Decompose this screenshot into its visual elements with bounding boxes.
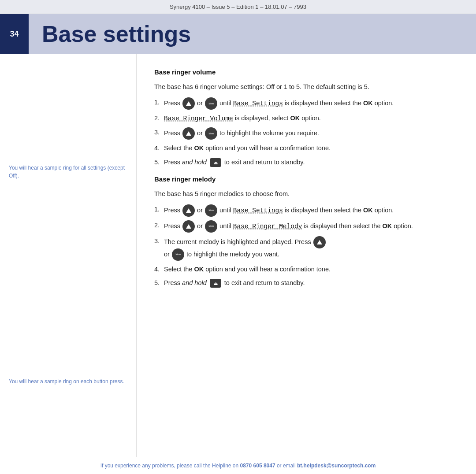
step-num: 2. bbox=[154, 220, 164, 230]
and-hold-text: and hold bbox=[182, 279, 207, 286]
step-1-5: 5. Press and hold ⏏ to exit and return t… bbox=[154, 157, 458, 167]
page-number: 34 bbox=[0, 14, 29, 54]
menu-scroll-icon: Menu bbox=[205, 127, 217, 140]
ok-label: OK bbox=[194, 144, 204, 152]
nav-up-icon bbox=[182, 220, 195, 233]
step-2-4: 4. Select the OK option and you will hea… bbox=[154, 264, 458, 274]
lcd-base-settings-2: Base Settings bbox=[233, 207, 283, 214]
step-num: 3. bbox=[154, 236, 164, 246]
nav-up-icon bbox=[182, 97, 195, 110]
section-title-2: Base ringer melody bbox=[154, 174, 458, 185]
footer-phone: 0870 605 8047 bbox=[240, 463, 275, 469]
menu-scroll-icon: Menu bbox=[205, 204, 217, 217]
step-content: Select the OK option and you will hear a… bbox=[164, 264, 458, 274]
footer-email: bt.helpdesk@suncorptech.com bbox=[297, 463, 376, 469]
top-bar: Synergy 4100 – Issue 5 – Edition 1 – 18.… bbox=[0, 0, 476, 14]
nav-up-icon bbox=[182, 127, 195, 140]
step-num: 2. bbox=[154, 113, 164, 123]
step-num: 3. bbox=[154, 127, 164, 137]
step-content: Press and hold ⏏ to exit and return to s… bbox=[164, 278, 458, 288]
main-content: Base ringer volume The base has 6 ringer… bbox=[137, 54, 476, 457]
ok-label: OK bbox=[194, 266, 204, 273]
end-key-icon: ⏏ bbox=[209, 158, 222, 167]
nav-up-icon bbox=[182, 204, 195, 217]
footer-email-prefix: email bbox=[283, 463, 297, 469]
step-1-2: 2. Base Ringer Volume is displayed, sele… bbox=[154, 113, 458, 124]
step-1-3: 3. Press or Menu to highlight the volume… bbox=[154, 127, 458, 140]
section-title-1: Base ringer volume bbox=[154, 67, 458, 78]
step-2-2: 2. Press or Menu until Base Ringer Melod… bbox=[154, 220, 458, 233]
step-2-1: 1. Press or Menu until Base Settings is … bbox=[154, 204, 458, 217]
svg-text:⏏: ⏏ bbox=[213, 281, 217, 286]
step-num: 4. bbox=[154, 143, 164, 153]
sidebar-note-1: You will hear a sample ring for all sett… bbox=[9, 164, 136, 180]
svg-marker-0 bbox=[186, 101, 191, 106]
footer: If you experience any problems, please c… bbox=[0, 457, 476, 474]
content-area: You will hear a sample ring for all sett… bbox=[0, 54, 476, 457]
steps-list-2: 1. Press or Menu until Base Settings is … bbox=[154, 204, 458, 288]
step-2-3: 3. The current melody is highlighted and… bbox=[154, 236, 458, 261]
step-content: Select the OK option and you will hear a… bbox=[164, 143, 458, 153]
section-ringer-melody: Base ringer melody The base has 5 ringer… bbox=[154, 174, 458, 289]
menu-scroll-icon: Menu bbox=[172, 248, 184, 261]
lcd-base-settings-1: Base Settings bbox=[233, 100, 283, 107]
svg-marker-5 bbox=[186, 224, 191, 229]
step-content: Press or Menu until Base Settings is dis… bbox=[164, 204, 458, 217]
svg-marker-4 bbox=[186, 208, 191, 213]
steps-list-1: 1. Press or Menu until Base Settings is … bbox=[154, 97, 458, 167]
footer-or: or bbox=[275, 463, 283, 469]
step-content: Press or Menu until Base Settings is dis… bbox=[164, 97, 458, 110]
svg-marker-1 bbox=[186, 131, 191, 136]
step-num: 4. bbox=[154, 264, 164, 274]
section-ringer-volume: Base ringer volume The base has 6 ringer… bbox=[154, 67, 458, 167]
step-content: The current melody is highlighted and pl… bbox=[164, 236, 458, 261]
ok-label: OK bbox=[290, 115, 300, 122]
step-content: Base Ringer Volume is displayed, select … bbox=[164, 113, 458, 124]
step-num: 5. bbox=[154, 157, 164, 167]
svg-marker-6 bbox=[317, 240, 322, 244]
step-1-4: 4. Select the OK option and you will hea… bbox=[154, 143, 458, 153]
step-num: 5. bbox=[154, 278, 164, 288]
step-1-1: 1. Press or Menu until Base Settings is … bbox=[154, 97, 458, 110]
end-key-icon-2: ⏏ bbox=[209, 278, 222, 288]
menu-scroll-icon: Menu bbox=[205, 97, 217, 110]
section1-intro: The base has 6 ringer volume settings: O… bbox=[154, 82, 458, 92]
and-hold-text: and hold bbox=[182, 159, 207, 166]
nav-up-icon bbox=[313, 236, 326, 248]
step-content: Press or Menu to highlight the volume yo… bbox=[164, 127, 458, 140]
lcd-ringer-volume: Base Ringer Volume bbox=[164, 115, 233, 122]
sidebar-note-2: You will hear a sample ring on each butt… bbox=[9, 378, 124, 385]
step-num: 1. bbox=[154, 97, 164, 107]
lcd-ringer-melody: Base Ringer Melody bbox=[233, 223, 302, 230]
svg-text:⏏: ⏏ bbox=[213, 160, 217, 165]
page: Synergy 4100 – Issue 5 – Edition 1 – 18.… bbox=[0, 0, 476, 474]
page-title: Base settings bbox=[29, 14, 204, 54]
document-info: Synergy 4100 – Issue 5 – Edition 1 – 18.… bbox=[170, 4, 306, 10]
menu-scroll-icon: Menu bbox=[205, 220, 217, 233]
step-2-5: 5. Press and hold ⏏ to exit and return t… bbox=[154, 278, 458, 288]
ok-label: OK bbox=[363, 100, 373, 107]
step-content: Press and hold ⏏ to exit and return to s… bbox=[164, 157, 458, 167]
footer-text: If you experience any problems, please c… bbox=[100, 463, 240, 469]
ok-label: OK bbox=[383, 222, 392, 230]
step-content: Press or Menu until Base Ringer Melody i… bbox=[164, 220, 458, 233]
step-num: 1. bbox=[154, 204, 164, 215]
section2-intro: The base has 5 ringer melodies to choose… bbox=[154, 189, 458, 199]
page-header: 34 Base settings bbox=[0, 14, 476, 54]
sidebar: You will hear a sample ring for all sett… bbox=[0, 54, 137, 457]
ok-label: OK bbox=[363, 207, 373, 214]
